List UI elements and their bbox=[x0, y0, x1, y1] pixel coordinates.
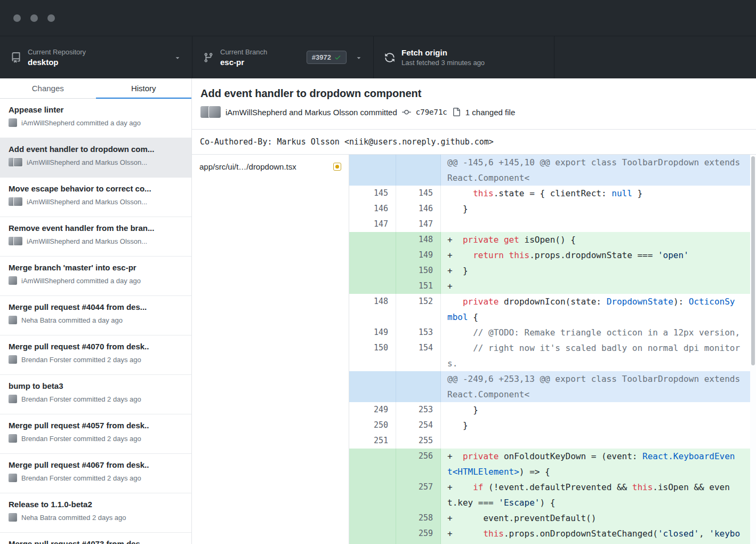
new-line-number: 255 bbox=[396, 433, 441, 449]
new-line-number: 152 bbox=[396, 294, 441, 325]
branch-name: esc-pr bbox=[220, 58, 307, 67]
fetch-label: Fetch origin bbox=[401, 48, 543, 57]
old-line-number: 149 bbox=[349, 325, 396, 340]
old-line-number bbox=[349, 155, 396, 186]
close-button[interactable] bbox=[13, 14, 21, 22]
history-item-byline: iAmWillShepherd and Markus Olsson... bbox=[27, 158, 147, 166]
diff-code-cell bbox=[441, 433, 756, 449]
diff-hunk-header[interactable]: @@ -249,6 +253,13 @@ export class Toolba… bbox=[349, 371, 756, 402]
zoom-button[interactable] bbox=[47, 14, 55, 22]
history-list-item[interactable]: Merge pull request #4067 from desk..Bren… bbox=[0, 454, 191, 493]
old-line-number: 251 bbox=[349, 433, 396, 449]
main-panel: Add event handler to dropdown component … bbox=[192, 78, 756, 544]
avatar bbox=[9, 355, 17, 364]
new-line-number: 153 bbox=[396, 325, 441, 340]
old-line-number: 147 bbox=[349, 217, 396, 232]
history-item-title: Move escape behavior to correct co... bbox=[9, 184, 183, 193]
diff-line[interactable]: 251255 bbox=[349, 433, 756, 449]
history-list-item[interactable]: bump to beta3Brendan Forster committed 2… bbox=[0, 375, 191, 414]
history-item-byline: Brendan Forster committed 2 days ago bbox=[21, 474, 141, 482]
history-list-item[interactable]: Merge pull request #4070 from desk..Bren… bbox=[0, 335, 191, 375]
diff-line[interactable]: 250254 } bbox=[349, 418, 756, 433]
history-list-item[interactable]: Merge pull request #4073 from des...Bren… bbox=[0, 533, 191, 544]
branch-info: Current Branch esc-pr bbox=[220, 48, 307, 67]
new-line-number: 149 bbox=[396, 247, 441, 263]
diff-line[interactable]: 151+ bbox=[349, 278, 756, 294]
commit-sha: c79e71c bbox=[416, 108, 447, 116]
history-list-item[interactable]: Remove event handler from the bran...iAm… bbox=[0, 217, 191, 257]
old-line-number: 148 bbox=[349, 294, 396, 325]
pr-number: #3972 bbox=[312, 53, 331, 61]
tab-changes[interactable]: Changes bbox=[0, 78, 96, 98]
commit-meta: iAmWillShepherd and Markus Olsson commit… bbox=[200, 106, 743, 118]
diff-line[interactable]: 145145 this.state = { clientRect: null } bbox=[349, 186, 756, 201]
diff-line[interactable]: 249253 } bbox=[349, 402, 756, 418]
diff-code-cell: } bbox=[441, 418, 756, 433]
diff-line[interactable]: 149+ return this.props.dropdownState ===… bbox=[349, 247, 756, 263]
pr-badge[interactable]: #3972 bbox=[307, 51, 347, 64]
history-item-title: Merge pull request #4057 from desk.. bbox=[9, 421, 183, 430]
new-line-number: 154 bbox=[396, 340, 441, 371]
file-list: app/src/ui/t…/dropdown.tsx bbox=[192, 155, 349, 544]
history-item-byline: Neha Batra committed 2 days ago bbox=[21, 514, 126, 522]
repository-switcher[interactable]: Current Repository desktop bbox=[0, 36, 192, 78]
scrollbar-track[interactable] bbox=[750, 155, 756, 544]
history-list-item[interactable]: Add event handler to dropdown com...iAmW… bbox=[0, 138, 191, 178]
tab-history[interactable]: History bbox=[96, 78, 192, 98]
diff-line[interactable]: 257+ if (!event.defaultPrevented && this… bbox=[349, 479, 756, 510]
avatar bbox=[9, 316, 17, 324]
history-list-item[interactable]: Appease linteriAmWillShepherd committed … bbox=[0, 99, 191, 138]
history-item-title: Merge pull request #4067 from desk.. bbox=[9, 460, 183, 469]
diff-code-cell: + } bbox=[441, 263, 756, 278]
history-list-item[interactable]: Merge branch 'master' into esc-priAmWill… bbox=[0, 257, 191, 296]
history-item-byline: iAmWillShepherd and Markus Olsson... bbox=[27, 237, 147, 245]
history-list-item[interactable]: Merge pull request #4057 from desk..Bren… bbox=[0, 414, 191, 454]
diff-line[interactable]: 258+ event.preventDefault() bbox=[349, 510, 756, 526]
repository-name: desktop bbox=[28, 58, 174, 67]
new-line-number bbox=[396, 155, 441, 186]
minimize-button[interactable] bbox=[30, 14, 38, 22]
diff-line[interactable]: 256+ private onFoldoutKeyDown = (event: … bbox=[349, 449, 756, 479]
history-item-byline: iAmWillShepherd committed a day ago bbox=[21, 277, 141, 285]
new-line-number: 146 bbox=[396, 201, 441, 217]
diff-hunk-header[interactable]: @@ -145,6 +145,10 @@ export class Toolba… bbox=[349, 155, 756, 186]
diff-line[interactable]: 149153 // @TODO: Remake triangle octicon… bbox=[349, 325, 756, 340]
history-item-byline: Brendan Forster committed 2 days ago bbox=[21, 435, 141, 443]
old-line-number bbox=[349, 232, 396, 247]
file-list-item[interactable]: app/src/ui/t…/dropdown.tsx bbox=[192, 155, 349, 178]
history-list-item[interactable]: Merge pull request #4044 from des...Neha… bbox=[0, 296, 191, 335]
avatar bbox=[9, 513, 17, 522]
new-line-number: 257 bbox=[396, 479, 441, 510]
history-item-meta: iAmWillShepherd and Markus Olsson... bbox=[9, 237, 183, 245]
repository-label: Current Repository bbox=[28, 48, 174, 56]
avatar bbox=[209, 106, 221, 118]
history-item-title: Merge pull request #4073 from des... bbox=[9, 539, 183, 544]
fetch-status: Last fetched 3 minutes ago bbox=[401, 59, 543, 67]
commit-byline: iAmWillShepherd and Markus Olsson commit… bbox=[226, 108, 397, 117]
diff-line[interactable]: 148+ private get isOpen() { bbox=[349, 232, 756, 247]
fetch-origin-button[interactable]: Fetch origin Last fetched 3 minutes ago bbox=[373, 36, 554, 78]
old-line-number bbox=[349, 371, 396, 402]
history-item-meta: iAmWillShepherd committed a day ago bbox=[9, 118, 183, 127]
git-commit-icon bbox=[402, 108, 411, 117]
scrollbar-thumb[interactable] bbox=[751, 156, 755, 365]
diff-line[interactable]: 147147 bbox=[349, 217, 756, 232]
avatar bbox=[9, 434, 17, 443]
new-line-number: 150 bbox=[396, 263, 441, 278]
diff-line[interactable]: 146146 } bbox=[349, 201, 756, 217]
history-item-meta: Neha Batra committed a day ago bbox=[9, 316, 183, 324]
diff-code-cell: + return this.props.dropdownState === 'o… bbox=[441, 247, 756, 263]
tab-bar: Changes History bbox=[0, 78, 191, 99]
diff-line[interactable]: 150+ } bbox=[349, 263, 756, 278]
branch-switcher[interactable]: Current Branch esc-pr #3972 bbox=[192, 36, 373, 78]
sync-icon bbox=[384, 52, 395, 63]
diff-line[interactable]: 150154 // right now it's scaled badly on… bbox=[349, 340, 756, 371]
avatar bbox=[9, 276, 17, 285]
history-item-byline: Brendan Forster committed 2 days ago bbox=[21, 395, 141, 403]
history-list-item[interactable]: Release to 1.1.0-beta2Neha Batra committ… bbox=[0, 493, 191, 533]
avatar bbox=[9, 474, 17, 482]
history-list-item[interactable]: Move escape behavior to correct co...iAm… bbox=[0, 178, 191, 217]
diff-line[interactable]: 259+ this.props.onDropdownStateChanged('… bbox=[349, 526, 756, 544]
diff-line[interactable]: 148152 private dropdownIcon(state: Dropd… bbox=[349, 294, 756, 325]
fetch-info: Fetch origin Last fetched 3 minutes ago bbox=[401, 48, 543, 67]
